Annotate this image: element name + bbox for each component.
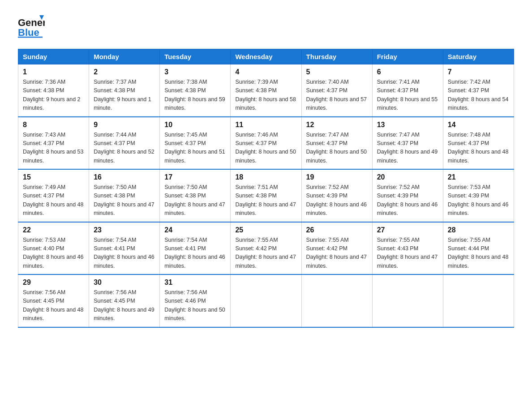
day-info: Sunrise: 7:39 AMSunset: 4:38 PMDaylight:…: [235, 79, 296, 111]
calendar-week-1: 1Sunrise: 7:36 AMSunset: 4:38 PMDaylight…: [18, 64, 514, 117]
day-number: 6: [377, 68, 438, 76]
calendar-cell: 6Sunrise: 7:41 AMSunset: 4:37 PMDaylight…: [372, 64, 443, 117]
day-info: Sunrise: 7:55 AMSunset: 4:44 PMDaylight:…: [448, 237, 509, 269]
weekday-header-saturday: Saturday: [443, 49, 514, 64]
weekday-header-sunday: Sunday: [18, 49, 89, 64]
day-number: 9: [94, 121, 155, 129]
calendar-cell: 15Sunrise: 7:49 AMSunset: 4:37 PMDayligh…: [18, 169, 89, 222]
day-number: 20: [377, 173, 438, 181]
calendar-cell: 20Sunrise: 7:52 AMSunset: 4:39 PMDayligh…: [372, 169, 443, 222]
calendar-cell: 24Sunrise: 7:54 AMSunset: 4:41 PMDayligh…: [160, 222, 231, 275]
day-info: Sunrise: 7:49 AMSunset: 4:37 PMDaylight:…: [23, 184, 84, 216]
day-number: 3: [164, 68, 226, 76]
day-number: 29: [23, 278, 84, 287]
day-info: Sunrise: 7:46 AMSunset: 4:37 PMDaylight:…: [235, 132, 296, 164]
day-info: Sunrise: 7:48 AMSunset: 4:37 PMDaylight:…: [448, 132, 509, 164]
day-number: 25: [235, 226, 296, 234]
calendar-cell: 17Sunrise: 7:50 AMSunset: 4:38 PMDayligh…: [160, 169, 231, 222]
day-info: Sunrise: 7:41 AMSunset: 4:37 PMDaylight:…: [377, 79, 438, 111]
day-info: Sunrise: 7:38 AMSunset: 4:38 PMDaylight:…: [164, 79, 225, 111]
day-info: Sunrise: 7:44 AMSunset: 4:37 PMDaylight:…: [94, 132, 154, 164]
day-number: 19: [306, 173, 368, 181]
calendar-cell: 10Sunrise: 7:45 AMSunset: 4:37 PMDayligh…: [160, 117, 231, 170]
day-info: Sunrise: 7:54 AMSunset: 4:41 PMDaylight:…: [94, 237, 154, 269]
calendar-cell: [443, 274, 514, 327]
day-info: Sunrise: 7:40 AMSunset: 4:37 PMDaylight:…: [306, 79, 367, 111]
calendar-cell: [372, 274, 443, 327]
day-info: Sunrise: 7:43 AMSunset: 4:37 PMDaylight:…: [23, 132, 84, 164]
day-info: Sunrise: 7:55 AMSunset: 4:43 PMDaylight:…: [377, 237, 438, 269]
calendar-cell: 28Sunrise: 7:55 AMSunset: 4:44 PMDayligh…: [443, 222, 514, 275]
calendar-cell: 23Sunrise: 7:54 AMSunset: 4:41 PMDayligh…: [89, 222, 160, 275]
day-number: 28: [448, 226, 509, 234]
day-info: Sunrise: 7:47 AMSunset: 4:37 PMDaylight:…: [377, 132, 438, 164]
calendar-cell: 26Sunrise: 7:55 AMSunset: 4:42 PMDayligh…: [301, 222, 372, 275]
calendar-week-3: 15Sunrise: 7:49 AMSunset: 4:37 PMDayligh…: [18, 169, 514, 222]
day-info: Sunrise: 7:50 AMSunset: 4:38 PMDaylight:…: [164, 184, 225, 216]
day-number: 7: [448, 68, 509, 76]
day-number: 8: [23, 121, 84, 129]
day-number: 14: [448, 121, 509, 129]
day-info: Sunrise: 7:56 AMSunset: 4:45 PMDaylight:…: [94, 289, 154, 321]
weekday-header-tuesday: Tuesday: [160, 49, 231, 64]
day-number: 13: [377, 121, 438, 129]
calendar-cell: 29Sunrise: 7:56 AMSunset: 4:45 PMDayligh…: [18, 274, 89, 327]
calendar-cell: 8Sunrise: 7:43 AMSunset: 4:37 PMDaylight…: [18, 117, 89, 170]
calendar-cell: 7Sunrise: 7:42 AMSunset: 4:37 PMDaylight…: [443, 64, 514, 117]
calendar-cell: [231, 274, 301, 327]
day-number: 21: [448, 173, 509, 181]
day-info: Sunrise: 7:53 AMSunset: 4:40 PMDaylight:…: [23, 237, 84, 269]
calendar-cell: 31Sunrise: 7:56 AMSunset: 4:46 PMDayligh…: [160, 274, 231, 327]
calendar-cell: 1Sunrise: 7:36 AMSunset: 4:38 PMDaylight…: [18, 64, 89, 117]
day-number: 17: [164, 173, 226, 181]
header: General Blue: [18, 13, 514, 38]
day-number: 11: [235, 121, 296, 129]
day-info: Sunrise: 7:56 AMSunset: 4:45 PMDaylight:…: [23, 289, 84, 321]
calendar-cell: 14Sunrise: 7:48 AMSunset: 4:37 PMDayligh…: [443, 117, 514, 170]
calendar-cell: 30Sunrise: 7:56 AMSunset: 4:45 PMDayligh…: [89, 274, 160, 327]
day-number: 10: [164, 121, 226, 129]
day-number: 27: [377, 226, 438, 234]
day-number: 18: [235, 173, 296, 181]
weekday-header-friday: Friday: [372, 49, 443, 64]
calendar-cell: 18Sunrise: 7:51 AMSunset: 4:38 PMDayligh…: [231, 169, 301, 222]
calendar-week-4: 22Sunrise: 7:53 AMSunset: 4:40 PMDayligh…: [18, 222, 514, 275]
day-number: 23: [94, 226, 155, 234]
day-number: 4: [235, 68, 296, 76]
calendar-cell: 5Sunrise: 7:40 AMSunset: 4:37 PMDaylight…: [301, 64, 372, 117]
day-info: Sunrise: 7:42 AMSunset: 4:37 PMDaylight:…: [448, 79, 509, 111]
day-info: Sunrise: 7:53 AMSunset: 4:39 PMDaylight:…: [448, 184, 509, 216]
calendar-body: 1Sunrise: 7:36 AMSunset: 4:38 PMDaylight…: [18, 64, 514, 327]
logo-icon: General Blue: [18, 13, 45, 38]
day-number: 26: [306, 226, 368, 234]
day-number: 5: [306, 68, 368, 76]
calendar-cell: [301, 274, 372, 327]
day-number: 31: [164, 278, 226, 287]
day-info: Sunrise: 7:56 AMSunset: 4:46 PMDaylight:…: [164, 289, 225, 321]
day-number: 24: [164, 226, 226, 234]
day-info: Sunrise: 7:52 AMSunset: 4:39 PMDaylight:…: [377, 184, 438, 216]
day-info: Sunrise: 7:47 AMSunset: 4:37 PMDaylight:…: [306, 132, 367, 164]
calendar-cell: 12Sunrise: 7:47 AMSunset: 4:37 PMDayligh…: [301, 117, 372, 170]
day-info: Sunrise: 7:55 AMSunset: 4:42 PMDaylight:…: [306, 237, 367, 269]
calendar-cell: 2Sunrise: 7:37 AMSunset: 4:38 PMDaylight…: [89, 64, 160, 117]
day-info: Sunrise: 7:37 AMSunset: 4:38 PMDaylight:…: [94, 79, 151, 111]
calendar-table: SundayMondayTuesdayWednesdayThursdayFrid…: [18, 49, 514, 328]
calendar-cell: 27Sunrise: 7:55 AMSunset: 4:43 PMDayligh…: [372, 222, 443, 275]
day-info: Sunrise: 7:55 AMSunset: 4:42 PMDaylight:…: [235, 237, 296, 269]
day-info: Sunrise: 7:51 AMSunset: 4:38 PMDaylight:…: [235, 184, 296, 216]
logo: General Blue: [18, 13, 45, 38]
weekday-header-thursday: Thursday: [301, 49, 372, 64]
calendar-week-2: 8Sunrise: 7:43 AMSunset: 4:37 PMDaylight…: [18, 117, 514, 170]
day-info: Sunrise: 7:52 AMSunset: 4:39 PMDaylight:…: [306, 184, 367, 216]
calendar-cell: 21Sunrise: 7:53 AMSunset: 4:39 PMDayligh…: [443, 169, 514, 222]
day-info: Sunrise: 7:50 AMSunset: 4:38 PMDaylight:…: [94, 184, 154, 216]
calendar-cell: 9Sunrise: 7:44 AMSunset: 4:37 PMDaylight…: [89, 117, 160, 170]
day-info: Sunrise: 7:45 AMSunset: 4:37 PMDaylight:…: [164, 132, 225, 164]
day-info: Sunrise: 7:36 AMSunset: 4:38 PMDaylight:…: [23, 79, 81, 111]
day-number: 12: [306, 121, 368, 129]
svg-text:Blue: Blue: [18, 27, 39, 38]
weekday-header-wednesday: Wednesday: [231, 49, 301, 64]
day-info: Sunrise: 7:54 AMSunset: 4:41 PMDaylight:…: [164, 237, 225, 269]
calendar-cell: 11Sunrise: 7:46 AMSunset: 4:37 PMDayligh…: [231, 117, 301, 170]
